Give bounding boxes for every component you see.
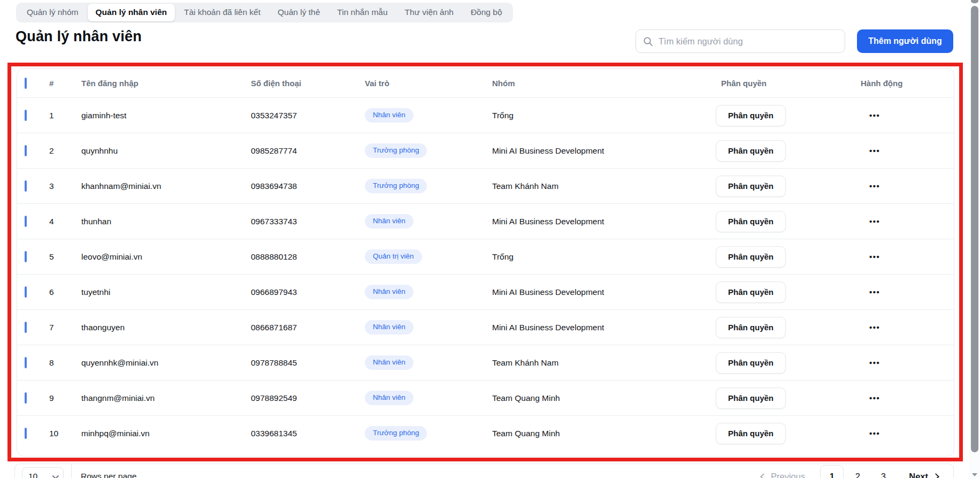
table-row: 6 tuyetnhi 0966897943 Nhân viên Mini AI … — [17, 274, 954, 309]
row-index: 8 — [49, 358, 81, 368]
col-index: # — [49, 79, 81, 88]
row-actions-button[interactable]: ••• — [861, 287, 898, 297]
role-badge: Nhân viên — [365, 285, 414, 299]
permission-button[interactable]: Phân quyền — [716, 423, 786, 444]
phone-cell: 0339681345 — [251, 429, 365, 438]
permission-button[interactable]: Phân quyền — [716, 282, 786, 303]
tab-item[interactable]: Tin nhắn mẫu — [329, 4, 395, 21]
role-badge: Trưởng phòng — [365, 143, 427, 158]
row-actions-button[interactable]: ••• — [861, 111, 898, 120]
username-cell: quyennhk@miniai.vn — [81, 358, 251, 368]
table-row: 7 thaonguyen 0866871687 Nhân viên Mini A… — [17, 309, 954, 345]
tab-item[interactable]: Quản lý nhóm — [19, 4, 87, 21]
tab-item[interactable]: Thư viện ảnh — [397, 4, 462, 21]
add-user-button[interactable]: Thêm người dùng — [857, 29, 953, 53]
row-checkbox[interactable] — [25, 286, 27, 298]
table-row: 10 minhpq@miniai.vn 0339681345 Trưởng ph… — [17, 415, 954, 451]
group-cell: Mini AI Business Development — [492, 323, 721, 332]
username-cell: giaminh-test — [81, 111, 251, 120]
row-actions-button[interactable]: ••• — [861, 393, 898, 403]
chevron-down-icon — [52, 472, 59, 478]
row-actions-button[interactable]: ••• — [861, 358, 898, 367]
col-permission: Phân quyền — [721, 79, 861, 88]
row-checkbox[interactable] — [25, 428, 27, 439]
tabbar: Quản lý nhóm Quản lý nhân viên Tài khoản… — [16, 3, 513, 22]
pagination-bar: 10 Rows per page Previous 1 2 3 Next — [14, 464, 954, 478]
rows-per-page-value: 10 — [28, 472, 37, 478]
table-body: 1 giaminh-test 0353247357 Nhân viên Trốn… — [17, 97, 954, 451]
phone-cell: 0966897943 — [251, 287, 365, 297]
phone-cell: 0353247357 — [251, 111, 365, 120]
group-cell: Mini AI Business Development — [492, 146, 721, 156]
col-group: Nhóm — [492, 79, 721, 88]
phone-cell: 0978892549 — [251, 393, 365, 403]
role-badge: Nhân viên — [365, 214, 414, 229]
row-index: 4 — [49, 217, 81, 226]
row-actions-button[interactable]: ••• — [861, 252, 898, 261]
row-actions-button[interactable]: ••• — [861, 323, 898, 332]
row-index: 9 — [49, 393, 81, 403]
next-button[interactable]: Next — [909, 472, 938, 478]
divider — [71, 464, 72, 478]
page-title: Quản lý nhân viên — [16, 28, 142, 45]
phone-cell: 0866871687 — [251, 323, 365, 332]
scrollbar-down-arrow[interactable] — [972, 473, 977, 476]
tab-item[interactable]: Quản lý nhân viên — [88, 4, 175, 21]
role-badge: Trưởng phòng — [365, 426, 427, 441]
col-username: Tên đăng nhập — [81, 79, 251, 88]
phone-cell: 0983694738 — [251, 181, 365, 191]
row-checkbox[interactable] — [25, 180, 27, 192]
phone-cell: 0888880128 — [251, 252, 365, 262]
page-button[interactable]: 2 — [846, 465, 869, 478]
page-button[interactable]: 1 — [820, 465, 844, 478]
username-cell: thangnm@miniai.vn — [81, 393, 251, 403]
role-badge: Nhân viên — [365, 320, 414, 335]
col-action: Hành động — [861, 79, 954, 88]
scrollbar-up-arrow[interactable] — [971, 0, 978, 3]
permission-button[interactable]: Phân quyền — [716, 317, 786, 338]
previous-button[interactable]: Previous — [761, 472, 805, 478]
scrollbar-track[interactable] — [969, 0, 980, 478]
page-button[interactable]: 3 — [871, 465, 895, 478]
row-index: 2 — [49, 146, 81, 156]
row-checkbox[interactable] — [25, 357, 27, 368]
row-actions-button[interactable]: ••• — [861, 181, 898, 191]
table-header-row: # Tên đăng nhập Số điện thoại Vai trò Nh… — [17, 69, 954, 97]
tab-item[interactable]: Đồng bộ — [463, 4, 510, 21]
permission-button[interactable]: Phân quyền — [716, 176, 786, 197]
tab-item[interactable]: Tài khoản đã liên kết — [176, 4, 269, 21]
table-row: 3 khanhnam@miniai.vn 0983694738 Trưởng p… — [17, 168, 954, 203]
permission-button[interactable]: Phân quyền — [716, 211, 786, 232]
scrollbar-thumb[interactable] — [971, 6, 978, 452]
row-index: 5 — [49, 252, 81, 262]
select-all-checkbox[interactable] — [25, 78, 27, 89]
search-input[interactable] — [659, 36, 838, 47]
group-cell: Team Quang Minh — [492, 393, 721, 403]
row-checkbox[interactable] — [25, 251, 27, 262]
row-index: 10 — [49, 429, 81, 438]
permission-button[interactable]: Phân quyền — [716, 352, 786, 374]
row-checkbox[interactable] — [25, 392, 27, 404]
tab-item[interactable]: Quản lý thẻ — [270, 4, 328, 21]
permission-button[interactable]: Phân quyền — [716, 140, 786, 162]
search-box[interactable] — [636, 29, 845, 53]
username-cell: leovo@miniai.vn — [81, 252, 251, 262]
permission-button[interactable]: Phân quyền — [716, 105, 786, 126]
row-checkbox[interactable] — [25, 110, 27, 121]
username-cell: thaonguyen — [81, 323, 251, 332]
col-role: Vai trò — [365, 79, 492, 88]
permission-button[interactable]: Phân quyền — [716, 388, 786, 409]
rows-per-page-select[interactable]: 10 — [22, 467, 64, 478]
group-cell: Team Khánh Nam — [492, 181, 721, 191]
phone-cell: 0967333743 — [251, 217, 365, 226]
phone-cell: 0985287774 — [251, 146, 365, 156]
permission-button[interactable]: Phân quyền — [716, 246, 786, 268]
role-badge: Quản trị viên — [365, 249, 422, 264]
row-actions-button[interactable]: ••• — [861, 429, 898, 438]
row-checkbox[interactable] — [25, 145, 27, 156]
row-actions-button[interactable]: ••• — [861, 217, 898, 226]
chevron-right-icon — [932, 473, 939, 478]
row-checkbox[interactable] — [25, 216, 27, 227]
row-actions-button[interactable]: ••• — [861, 146, 898, 155]
row-checkbox[interactable] — [25, 322, 27, 333]
